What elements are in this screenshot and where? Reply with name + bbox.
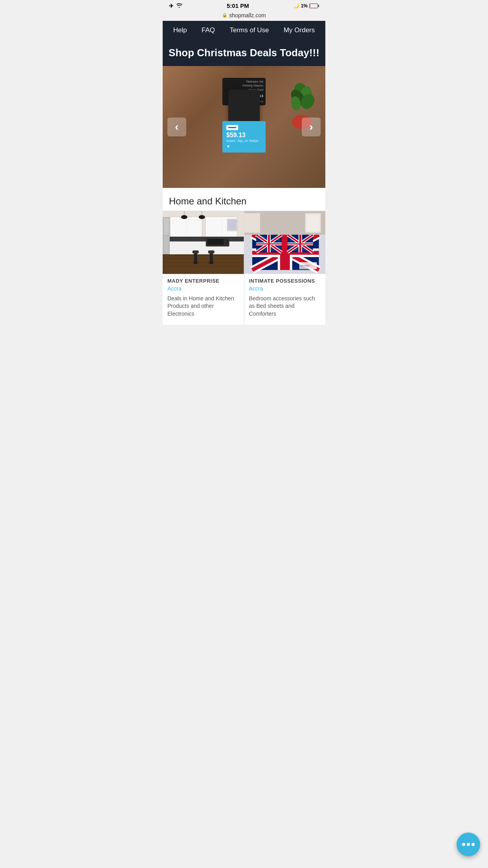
svg-rect-12	[163, 241, 244, 254]
svg-rect-18	[208, 219, 222, 235]
svg-rect-20	[163, 237, 244, 241]
svg-rect-67	[287, 243, 313, 244]
svg-rect-7	[163, 254, 244, 255]
status-bar: ✈ 5:01 PM 🌙 1%	[163, 0, 325, 11]
svg-rect-28	[193, 250, 199, 253]
svg-rect-10	[163, 266, 244, 266]
battery-percent: 1%	[301, 3, 308, 9]
svg-rect-9	[163, 262, 244, 262]
carousel: Tableware Set Drinking Glasses Mixing Bo…	[163, 66, 325, 188]
svg-rect-25	[207, 239, 224, 245]
status-bar-time: 5:01 PM	[227, 2, 249, 9]
carousel-price: $59.13	[226, 132, 246, 139]
product-card-1: MADY ENTERPRISE Accra Deals in Home and …	[163, 211, 244, 325]
svg-text:Queen Size: Queen Size	[300, 267, 309, 268]
svg-rect-15	[172, 219, 186, 235]
battery-icon	[309, 4, 319, 8]
product-grid: MADY ENTERPRISE Accra Deals in Home and …	[163, 211, 325, 325]
nav-help[interactable]: Help	[173, 26, 187, 34]
hero-banner: Shop Christmas Deals Today!!!	[163, 40, 325, 66]
product-card-2: 6PCS/SET Queen Size INTIMATE POSSESSIONS…	[244, 211, 326, 325]
nav-orders[interactable]: My Orders	[284, 26, 315, 34]
svg-rect-29	[193, 262, 198, 263]
nav-bar: Help FAQ Terms of Use My Orders	[163, 21, 325, 40]
product-image-1[interactable]	[163, 211, 244, 274]
product-brand-1: MADY ENTERPRISE	[163, 274, 244, 285]
svg-rect-58	[256, 243, 281, 244]
product-desc-2: Bedroom accessories such as Bed sheets a…	[244, 294, 326, 319]
product-location-1[interactable]: Accra	[163, 285, 244, 294]
carousel-next-button[interactable]: ›	[302, 118, 321, 136]
svg-rect-38	[228, 220, 237, 230]
wifi-icon	[176, 3, 182, 9]
svg-rect-6	[163, 254, 244, 274]
product-image-2[interactable]: 6PCS/SET Queen Size	[244, 211, 326, 274]
section-title-home-kitchen: Home and Kitchen	[163, 188, 325, 211]
lock-icon: 🔒	[222, 13, 227, 18]
url-bar[interactable]: 🔒 shopmallz.com	[163, 11, 325, 21]
hero-title: Shop Christmas Deals Today!!!	[167, 47, 321, 59]
svg-rect-74	[244, 213, 260, 233]
terminal-screen-bottom: $59.13 Insert, Tap, or Swipe ▼	[222, 121, 266, 153]
svg-rect-22	[163, 218, 169, 235]
product-location-2[interactable]: Accra	[244, 285, 326, 294]
svg-point-34	[181, 215, 187, 219]
carousel-prev-button[interactable]: ‹	[167, 118, 186, 136]
nav-terms[interactable]: Terms of Use	[229, 26, 269, 34]
product-brand-2: INTIMATE POSSESSIONS	[244, 274, 326, 285]
product-desc-1: Deals in Home and Kitchen Products and o…	[163, 294, 244, 319]
svg-point-36	[199, 215, 205, 219]
status-bar-right: 🌙 1%	[294, 3, 319, 9]
svg-rect-32	[209, 262, 214, 263]
nav-faq[interactable]: FAQ	[202, 26, 215, 34]
status-bar-left: ✈	[169, 3, 182, 9]
airplane-icon: ✈	[169, 3, 174, 9]
carousel-subtitle: Insert, Tap, or Swipe	[226, 139, 259, 143]
moon-icon: 🌙	[294, 3, 299, 9]
svg-rect-8	[163, 258, 244, 258]
svg-rect-31	[208, 250, 215, 253]
svg-rect-16	[187, 219, 201, 235]
svg-rect-26	[225, 239, 229, 245]
svg-rect-23	[163, 236, 169, 254]
url-text: shopmallz.com	[229, 12, 266, 18]
svg-rect-73	[306, 214, 319, 232]
